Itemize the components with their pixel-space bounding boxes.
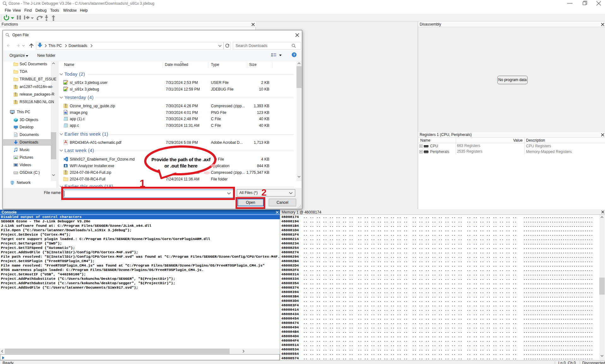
svg-text:?: ? (293, 53, 295, 57)
